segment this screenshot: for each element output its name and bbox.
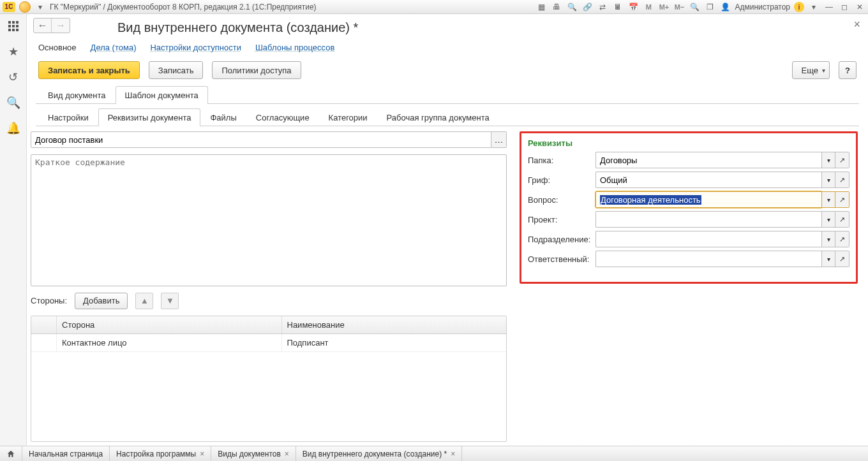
home-icon[interactable]	[4, 446, 18, 461]
requisite-input[interactable]	[595, 211, 821, 228]
nav-link-cases[interactable]: Дела (тома)	[91, 43, 137, 52]
dropdown-icon[interactable]: ▾	[821, 152, 835, 168]
requisite-input[interactable]: Договорная деятельность	[595, 191, 821, 208]
body: … Стороны: Добавить ▲ ▼ Сторона Наименов…	[27, 126, 868, 446]
open-icon[interactable]: ↗	[835, 172, 849, 188]
m-icon[interactable]: M	[643, 2, 654, 12]
user-name[interactable]: Администратор	[735, 3, 790, 11]
apps-icon[interactable]	[6, 19, 20, 33]
requisite-label: Ответственный:	[528, 254, 592, 264]
bell-icon[interactable]: 🔔	[6, 121, 20, 135]
search-rail-icon[interactable]: 🔍	[6, 96, 20, 110]
dropdown-caret-icon[interactable]: ▾	[34, 2, 46, 12]
star-icon[interactable]: ★	[6, 45, 20, 59]
more-button[interactable]: Еще	[792, 61, 830, 79]
compare-icon[interactable]: ⇄	[597, 2, 608, 12]
grid-col-marker[interactable]	[31, 316, 57, 333]
menu-orb-icon[interactable]	[19, 1, 31, 13]
info-caret-icon[interactable]: ▾	[808, 2, 819, 12]
requisite-input[interactable]	[595, 152, 821, 168]
close-page-icon[interactable]: ×	[853, 18, 860, 31]
taskbar-tab[interactable]: Виды документов ×	[211, 446, 296, 461]
summary-input[interactable]	[31, 154, 507, 286]
history-icon[interactable]: ↺	[6, 70, 20, 84]
grid-icon[interactable]: ▦	[535, 2, 547, 12]
nav-link-access[interactable]: Настройки доступности	[150, 43, 241, 52]
taskbar-home-tab[interactable]: Начальная страница	[22, 446, 110, 461]
table-row[interactable]: Контактное лицо Подписант	[31, 334, 506, 352]
move-down-icon[interactable]: ▼	[161, 293, 179, 309]
grid-col-name[interactable]: Наименование	[282, 316, 507, 333]
subtab-files[interactable]: Файлы	[200, 108, 246, 126]
cell-side: Контактное лицо	[57, 334, 282, 351]
info-icon[interactable]: i	[794, 2, 804, 12]
dropdown-icon[interactable]: ▾	[821, 251, 835, 267]
policies-button[interactable]: Политики доступа	[212, 61, 301, 79]
print-icon[interactable]: 🖶	[551, 2, 562, 12]
page-header: ← → × Вид внутреннего документа (создани…	[27, 14, 868, 126]
tab-doc-type[interactable]: Вид документа	[38, 86, 116, 104]
maximize-icon[interactable]: ◻	[839, 2, 850, 12]
inner-tabs: Настройки Реквизиты документа Файлы Согл…	[36, 108, 859, 126]
dropdown-icon[interactable]: ▾	[821, 231, 835, 247]
save-button[interactable]: Записать	[149, 61, 204, 79]
requisite-input-wrap: Договорная деятельность▾↗	[595, 191, 849, 208]
window-icon[interactable]: ❐	[704, 2, 715, 12]
name-open-icon[interactable]: …	[491, 131, 507, 148]
tab-doc-template[interactable]: Шаблон документа	[116, 86, 208, 104]
open-icon[interactable]: ↗	[835, 231, 849, 247]
window-title-bar: 1C ▾ ГК "Меркурий" / Документооборот 8 К…	[0, 0, 868, 14]
requisites-panel: Реквизиты Папка:▾↗Гриф:▾↗Вопрос:Договорн…	[520, 131, 858, 284]
requisite-input[interactable]	[595, 172, 821, 188]
move-up-icon[interactable]: ▲	[135, 293, 153, 309]
subtab-requisites[interactable]: Реквизиты документа	[98, 108, 201, 126]
requisite-input-wrap: ▾↗	[595, 211, 849, 228]
main-area: ← → × Вид внутреннего документа (создани…	[27, 14, 868, 446]
requisite-input[interactable]	[595, 251, 821, 267]
cell-name: Подписант	[282, 334, 507, 351]
zoom-icon[interactable]: 🔍	[689, 2, 700, 12]
add-side-button[interactable]: Добавить	[75, 293, 128, 309]
open-icon[interactable]: ↗	[835, 211, 849, 228]
cell-marker	[31, 334, 57, 351]
requisite-row: Гриф:▾↗	[528, 172, 849, 188]
grid-col-side[interactable]: Сторона	[57, 316, 282, 333]
nav-link-templates[interactable]: Шаблоны процессов	[255, 43, 334, 52]
dropdown-icon[interactable]: ▾	[821, 191, 835, 208]
close-icon[interactable]: ×	[285, 450, 289, 458]
taskbar-tab[interactable]: Настройка программы ×	[110, 446, 211, 461]
requisite-input[interactable]	[595, 231, 821, 247]
help-button[interactable]: ?	[839, 61, 857, 79]
dropdown-icon[interactable]: ▾	[821, 172, 835, 188]
calendar-icon[interactable]: 📅	[627, 2, 639, 12]
taskbar-tab[interactable]: Вид внутреннего документа (создание) * ×	[296, 446, 462, 461]
m-minus-icon[interactable]: M−	[673, 2, 685, 12]
taskbar-tab-label: Виды документов	[218, 450, 281, 458]
calc-icon[interactable]: 🖩	[612, 2, 624, 12]
right-column: Реквизиты Папка:▾↗Гриф:▾↗Вопрос:Договорн…	[520, 131, 864, 442]
subtab-settings[interactable]: Настройки	[38, 108, 98, 126]
user-icon: 👤	[719, 2, 731, 12]
minimize-icon[interactable]: —	[823, 2, 835, 12]
requisite-label: Подразделение:	[528, 235, 592, 244]
save-close-button[interactable]: Записать и закрыть	[38, 61, 140, 79]
name-input[interactable]	[31, 131, 491, 148]
m-plus-icon[interactable]: M+	[658, 2, 670, 12]
subtab-approvers[interactable]: Согласующие	[246, 108, 319, 126]
open-icon[interactable]: ↗	[835, 251, 849, 267]
link-icon[interactable]: 🔗	[581, 2, 593, 12]
nav-forward-icon[interactable]: →	[52, 18, 70, 33]
close-window-icon[interactable]: ✕	[854, 2, 865, 12]
subtab-workgroup[interactable]: Рабочая группа документа	[377, 108, 499, 126]
subtab-categories[interactable]: Категории	[319, 108, 377, 126]
left-rail: ★ ↺ 🔍 🔔	[0, 14, 27, 446]
nav-link-main[interactable]: Основное	[38, 43, 77, 52]
open-icon[interactable]: ↗	[835, 191, 849, 208]
nav-back-icon[interactable]: ←	[34, 18, 52, 33]
taskbar: Начальная страница Настройка программы ×…	[0, 446, 868, 461]
close-icon[interactable]: ×	[451, 450, 455, 458]
open-icon[interactable]: ↗	[835, 152, 849, 168]
dropdown-icon[interactable]: ▾	[821, 211, 835, 228]
search-icon[interactable]: 🔍	[566, 2, 578, 12]
close-icon[interactable]: ×	[200, 450, 204, 458]
